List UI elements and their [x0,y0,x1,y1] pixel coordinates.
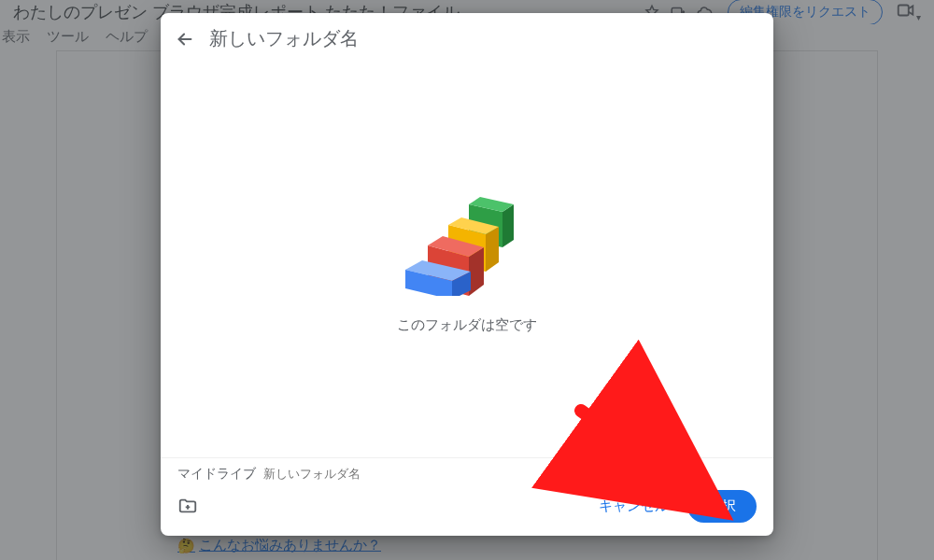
move-file-dialog: 新しいフォルダ名 [161,13,773,536]
arrow-left-icon [175,29,195,49]
dialog-title: 新しいフォルダ名 [209,26,359,51]
new-folder-button[interactable] [177,496,200,518]
breadcrumb-root[interactable]: マイドライブ [177,466,256,483]
empty-folder-message: このフォルダは空です [397,316,537,334]
breadcrumb: マイドライブ 新しいフォルダ名 [161,457,773,484]
cancel-button[interactable]: キャンセル [586,490,682,523]
new-folder-icon [177,496,198,516]
breadcrumb-current: 新しいフォルダ名 [263,466,361,483]
back-button[interactable] [174,28,196,50]
empty-folders-illustration [402,184,532,296]
select-button[interactable]: 選択 [687,490,757,523]
